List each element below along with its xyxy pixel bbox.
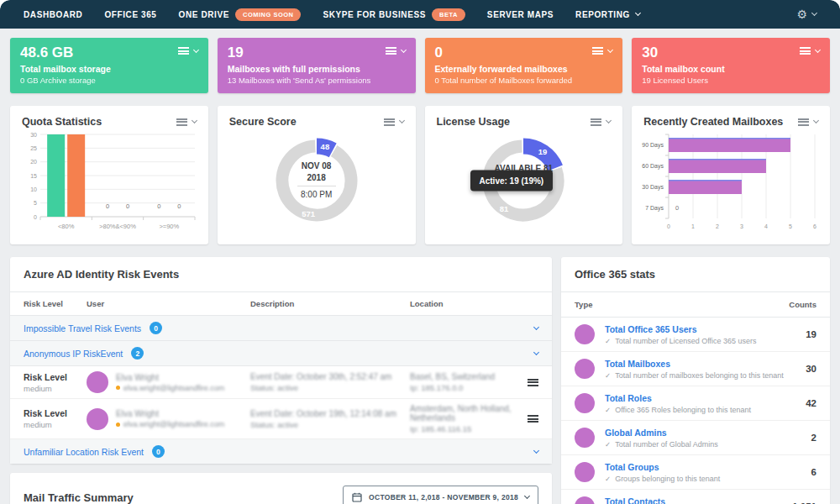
calendar-icon	[352, 492, 362, 502]
table-header: Type Counts	[561, 292, 830, 318]
svg-text:7 Days: 7 Days	[645, 205, 664, 212]
row-menu-icon[interactable]	[528, 379, 538, 386]
list-item: Total Contacts ✓Contacts belonging to th…	[561, 490, 830, 504]
chevron-down-icon	[398, 118, 404, 123]
section-title: Azure AD Identity Risk Events	[10, 257, 552, 292]
stat-link[interactable]: Total Mailboxes	[605, 359, 795, 369]
svg-text:0: 0	[34, 214, 37, 220]
stat-value: 30	[642, 45, 820, 61]
stat-value: 48.6 GB	[20, 45, 198, 61]
stat-subtitle: ✓Groups belonging to this tenant	[605, 475, 801, 483]
card-menu-button[interactable]	[386, 47, 406, 55]
group-anonymous-ip[interactable]: Anonymous IP RiskEvent 2	[10, 341, 552, 366]
card-menu-button[interactable]	[176, 118, 197, 126]
date-range-picker[interactable]: OCTOBER 11, 2,018 - NOVEMBER 9, 2018	[343, 486, 538, 504]
top-nav: DASHBOARD OFFICE 365 ONE DRIVE COMING SO…	[0, 0, 840, 29]
svg-text:<80%: <80%	[58, 223, 75, 230]
check-icon: ✓	[605, 337, 611, 345]
status-dot	[116, 423, 120, 427]
card-menu-button[interactable]	[384, 118, 404, 126]
stat-link[interactable]: Total Office 365 Users	[605, 324, 795, 334]
row-menu-icon[interactable]	[528, 415, 538, 423]
list-item: Total Mailboxes ✓Total number of mailbox…	[561, 352, 830, 386]
nav-office-365[interactable]: OFFICE 365	[104, 10, 156, 19]
nav-one-drive[interactable]: ONE DRIVE COMING SOON	[179, 8, 302, 21]
stat-card-storage: 48.6 GB Total mailbox storage 0 GB Archi…	[10, 38, 208, 93]
count-badge: 0	[152, 445, 165, 458]
chevron-down-icon	[533, 323, 539, 329]
svg-text:81: 81	[500, 204, 509, 213]
status-dot	[116, 386, 120, 390]
nav-reporting[interactable]: REPORTING	[575, 10, 640, 19]
left-column: Azure AD Identity Risk Events Risk Level…	[10, 257, 552, 504]
svg-text:571: 571	[302, 209, 316, 218]
card-menu-button[interactable]	[800, 47, 820, 55]
stat-subtitle: 19 Licensed Users	[642, 76, 820, 85]
chevron-down-icon	[524, 493, 530, 499]
card-menu-button[interactable]	[798, 118, 818, 126]
stat-value: 0	[435, 45, 613, 61]
beta-badge: BETA	[432, 8, 465, 21]
stat-value: 19	[228, 45, 406, 61]
stat-link[interactable]: Global Admins	[605, 428, 801, 438]
coming-soon-badge: COMING SOON	[235, 8, 302, 21]
avatar	[575, 324, 595, 344]
svg-text:0: 0	[667, 223, 670, 229]
avatar	[575, 393, 595, 413]
svg-text:20: 20	[30, 159, 37, 165]
stat-title: Total mailbox count	[642, 64, 820, 74]
svg-text:30: 30	[30, 132, 37, 138]
menu-icon	[178, 47, 189, 55]
menu-icon	[592, 47, 603, 55]
check-icon: ✓	[605, 406, 611, 414]
svg-text:5: 5	[789, 223, 792, 229]
menu-icon	[384, 118, 395, 126]
license-usage-donut: 1981 AVAILABLE 81 Active: 19 (19%)	[425, 129, 623, 232]
stat-subtitle: ✓Total number of Global Admins	[605, 440, 801, 449]
avatar	[575, 496, 595, 504]
avatar	[575, 428, 595, 448]
nav-settings[interactable]: ⚙	[796, 8, 816, 20]
stat-link[interactable]: Total Roles	[605, 393, 795, 403]
card-title: License Usage	[437, 116, 511, 128]
chevron-down-icon	[607, 46, 613, 52]
svg-text:0: 0	[675, 204, 679, 212]
stat-link[interactable]: Total Contacts	[605, 496, 782, 504]
nav-server-maps[interactable]: SERVER MAPS	[487, 10, 554, 19]
secure-score-donut: 48571 NOV 08 2018 8:00 PM	[218, 129, 416, 232]
stat-count: 30	[806, 364, 816, 374]
svg-text:4: 4	[764, 223, 768, 229]
list-item: Total Roles ✓Office 365 Roles belonging …	[561, 386, 830, 421]
svg-text:3: 3	[740, 223, 743, 229]
chevron-down-icon	[533, 349, 539, 354]
chart-cards-row: Quota Statistics 051015202530<80%>80%&<9…	[0, 93, 840, 244]
group-unfamiliar-location[interactable]: Unfamiliar Location Risk Event 0	[10, 439, 552, 464]
chevron-down-icon	[635, 10, 641, 16]
secure-score-card: Secure Score 48571 NOV 08 2018 8:00 PM	[218, 106, 416, 244]
stat-subtitle: ✓Office 365 Roles belonging to this tena…	[605, 406, 795, 414]
menu-icon	[591, 118, 601, 126]
nav-skype-for-business[interactable]: SKYPE FOR BUSINESS BETA	[323, 8, 465, 21]
svg-text:>80%&<90%: >80%&<90%	[99, 223, 136, 230]
section-title: Mail Traffic Summary	[24, 491, 134, 504]
count-badge: 0	[150, 322, 162, 334]
card-menu-button[interactable]	[592, 47, 612, 55]
stat-count: 19	[806, 329, 816, 339]
list-item: Total Office 365 Users ✓Total number of …	[561, 318, 830, 352]
chevron-down-icon	[193, 46, 199, 52]
card-menu-button[interactable]	[591, 118, 611, 126]
stat-link[interactable]: Total Groups	[605, 462, 801, 472]
card-title: Recently Created Mailboxes	[643, 116, 783, 128]
stat-subtitle: 0 GB Archive storage	[20, 76, 198, 85]
svg-text:6: 6	[813, 223, 816, 229]
svg-text:>=90%: >=90%	[159, 223, 179, 230]
nav-dashboard[interactable]: DASHBOARD	[24, 10, 82, 19]
stat-subtitle: ✓Total number of mailboxes belonging to …	[605, 371, 795, 380]
group-impossible-travel[interactable]: Impossible Travel Risk Events 0	[10, 316, 552, 341]
stat-title: Externally forwarded mailboxes	[435, 64, 613, 74]
svg-text:10: 10	[30, 186, 37, 192]
risk-events-card: Azure AD Identity Risk Events Risk Level…	[10, 257, 552, 464]
avatar	[575, 359, 595, 379]
chevron-down-icon	[533, 447, 539, 453]
card-menu-button[interactable]	[178, 47, 198, 55]
